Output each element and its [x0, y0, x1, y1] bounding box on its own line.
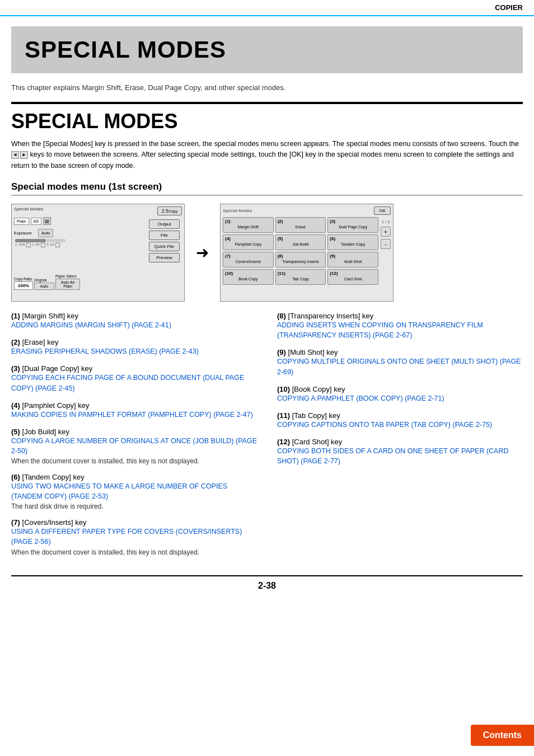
sm1-special-modes-label: Special Modes: [14, 206, 155, 215]
item-10: (10) [Book Copy] key COPYING A PAMPHLET …: [277, 385, 523, 403]
item-4-header: (4) [Pamphlet Copy] key: [11, 401, 260, 410]
sm2-cell-8[interactable]: (8) Transparency Inserts: [275, 252, 326, 267]
sm2-page-indicator: 1 / 2: [382, 219, 390, 224]
sm2-cell-4[interactable]: (4) Pamphlet Copy: [223, 234, 274, 250]
contents-button[interactable]: Contents: [471, 725, 534, 746]
item-2-link[interactable]: ERASING PERIPHERAL SHADOWS (Erase) (page…: [11, 346, 260, 356]
item-2-header: (2) [Erase] key: [11, 338, 260, 346]
item-2: (2) [Erase] key ERASING PERIPHERAL SHADO…: [11, 338, 260, 356]
hero-section: SPECIAL MODES: [11, 26, 523, 73]
item-3-link[interactable]: COPYING EACH FACING PAGE OF A BOUND DOCU…: [11, 373, 260, 393]
sm2-cell-1[interactable]: (1) Margin Shift: [223, 217, 274, 233]
subsection-heading: Special modes menu (1st screen): [11, 181, 523, 196]
item-8-link[interactable]: ADDING INSERTS WHEN COPYING ON TRANSPARE…: [277, 320, 523, 340]
item-7-header: (7) [Covers/Inserts] key: [11, 518, 260, 527]
sm1-a5: A5: [31, 218, 41, 225]
sm1-auto-label: Auto: [38, 229, 53, 237]
item-10-header: (10) [Book Copy] key: [277, 385, 523, 393]
sm2-grid: (1) Margin Shift (2) Erase (3) Dual Page…: [223, 217, 378, 285]
sm1-file-btn[interactable]: File: [149, 231, 180, 240]
section-divider: [11, 102, 523, 104]
item-11: (11) [Tab Copy] key COPYING CAPTIONS ONT…: [277, 411, 523, 430]
item-10-link[interactable]: COPYING A PAMPHLET (Book Copy) (page 2-7…: [277, 393, 523, 403]
sm2-cell-7[interactable]: (7) Covers/Inserts: [223, 252, 274, 267]
item-8-header: (8) [Transparency Inserts] key: [277, 312, 523, 320]
item-5-note: When the document cover is installed, th…: [11, 457, 260, 465]
diagrams-area: Special Modes 2.5Copy Plain A5 ▤ Exposur…: [11, 204, 523, 302]
item-12-link[interactable]: COPYING BOTH SIDES OF A CARD ON ONE SHEE…: [277, 446, 523, 466]
sm2-ok-btn[interactable]: OK: [374, 206, 391, 215]
sm1-doc-icon: ▤: [43, 217, 51, 225]
nav-right-icon[interactable]: ►: [20, 151, 28, 159]
item-1-header: (1) [Margin Shift] key: [11, 312, 260, 320]
section-title: SPECIAL MODES: [11, 110, 523, 133]
sm1-preview-btn[interactable]: Preview: [149, 253, 180, 262]
item-4-link[interactable]: MAKING COPIES IN PAMPHLET FORMAT (Pamphl…: [11, 410, 260, 420]
intro-text: This chapter explains Margin Shift, Eras…: [11, 83, 523, 92]
sm2-titlebar: Special Modes OK: [223, 206, 391, 215]
sm1-plain: Plain: [14, 218, 29, 225]
item-5-link[interactable]: COPYING A LARGE NUMBER OF ORIGINALS AT O…: [11, 436, 260, 456]
sm1-exposure-bar: 2. A4R 3. B4 4. A3: [15, 239, 148, 247]
sm1-ratio-value: 100%: [14, 281, 33, 290]
sm2-cell-3[interactable]: (3) Dual Page Copy: [327, 217, 378, 233]
item-6-header: (6) [Tandem Copy] key: [11, 473, 260, 481]
nav-left-icon[interactable]: ◄: [11, 151, 19, 159]
item-12: (12) [Card Shot] key COPYING BOTH SIDES …: [277, 438, 523, 466]
item-11-link[interactable]: COPYING CAPTIONS ONTO TAB PAPER (Tab Cop…: [277, 420, 523, 430]
item-7-link[interactable]: USING A DIFFERENT PAPER TYPE FOR COVERS …: [11, 527, 260, 547]
item-1: (1) [Margin Shift] key ADDING MARGINS (M…: [11, 312, 260, 330]
item-3-header: (3) [Dual Page Copy] key: [11, 364, 260, 373]
sm1-ratio-display: 2.5Copy: [157, 206, 182, 215]
item-3: (3) [Dual Page Copy] key COPYING EACH FA…: [11, 364, 260, 393]
sm2-cell-6[interactable]: (6) Tandem Copy: [327, 234, 378, 250]
sm1-sidebar: Output File Quick File Preview: [149, 219, 180, 262]
item-1-link[interactable]: ADDING MARGINS (Margin Shift) (page 2-41…: [11, 320, 260, 330]
diagram-arrow: ➜: [196, 243, 209, 262]
sm2-cell-11[interactable]: (11) Tab Copy: [275, 269, 326, 285]
screen2-mockup: Special Modes OK (1) Margin Shift (2) Er…: [220, 204, 394, 302]
hero-title: SPECIAL MODES: [25, 36, 509, 63]
item-7: (7) [Covers/Inserts] key USING A DIFFERE…: [11, 518, 260, 556]
sm1-exposure-label: Exposure: [14, 231, 36, 236]
item-4: (4) [Pamphlet Copy] key MAKING COPIES IN…: [11, 401, 260, 420]
sm2-cell-2[interactable]: (2) Erase: [275, 217, 326, 233]
item-5: (5) [Job Build] key COPYING A LARGE NUMB…: [11, 428, 260, 465]
sm2-cell-10[interactable]: (10) Book Copy: [223, 269, 274, 285]
item-9-header: (9) [Multi Shot] key: [277, 348, 523, 356]
sm1-topbar: Special Modes 2.5Copy: [14, 206, 182, 215]
item-11-header: (11) [Tab Copy] key: [277, 411, 523, 420]
sm1-output-btn[interactable]: Output: [149, 219, 180, 229]
right-column: (8) [Transparency Inserts] key ADDING IN…: [277, 312, 523, 564]
page-number: 2-38: [11, 575, 523, 591]
sm2-cell-9[interactable]: (9) Multi Shot: [327, 252, 378, 267]
item-12-header: (12) [Card Shot] key: [277, 438, 523, 446]
sm2-up-btn[interactable]: +: [381, 227, 391, 237]
item-6: (6) [Tandem Copy] key USING TWO MACHINES…: [11, 473, 260, 510]
item-6-note: The hard disk drive is required.: [11, 503, 260, 510]
copier-label: COPIER: [495, 3, 523, 12]
content-area: (1) [Margin Shift] key ADDING MARGINS (M…: [11, 312, 523, 564]
sm1-paper-select-label: Paper Select: [55, 274, 80, 278]
item-9: (9) [Multi Shot] key COPYING MULTIPLE OR…: [277, 348, 523, 377]
sm2-cell-5[interactable]: (5) Job Build: [275, 234, 326, 250]
sm2-cell-12[interactable]: (12) Card Shot: [327, 269, 378, 285]
sm1-original-label: Original: [34, 278, 54, 282]
nav-arrows: ◄ ►: [11, 151, 28, 159]
item-7-note: When the document cover is installed, th…: [11, 548, 260, 556]
screen1-mockup: Special Modes 2.5Copy Plain A5 ▤ Exposur…: [11, 204, 185, 302]
sm1-quick-file-btn[interactable]: Quick File: [149, 242, 180, 251]
item-9-link[interactable]: COPYING MULTIPLE ORIGINALS ONTO ONE SHEE…: [277, 356, 523, 377]
sm1-copy-ratio-label: Copy Ratio: [14, 277, 33, 281]
sm2-side-panel: 1 / 2 + -: [381, 217, 391, 285]
item-6-link[interactable]: USING TWO MACHINES TO MAKE A LARGE NUMBE…: [11, 481, 260, 501]
sm1-original-auto: Auto: [34, 283, 54, 290]
sm1-paper-auto: Auto A4 Plain: [55, 279, 80, 290]
top-bar: COPIER: [0, 0, 534, 16]
sm2-title: Special Modes: [223, 208, 252, 213]
left-column: (1) [Margin Shift] key ADDING MARGINS (M…: [11, 312, 260, 564]
item-8: (8) [Transparency Inserts] key ADDING IN…: [277, 312, 523, 340]
item-5-header: (5) [Job Build] key: [11, 428, 260, 436]
sm2-down-btn[interactable]: -: [381, 239, 391, 249]
section-body: When the [Special Modes] key is pressed …: [11, 139, 523, 171]
